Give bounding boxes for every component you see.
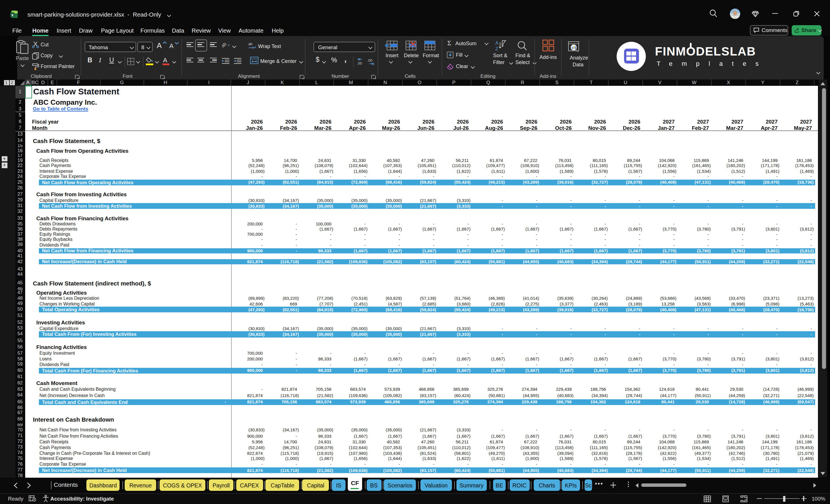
svg-text:Z: Z: [496, 46, 498, 51]
svg-text:.00: .00: [357, 61, 362, 65]
svg-text:ab: ab: [222, 41, 227, 48]
svg-text:.00: .00: [367, 58, 372, 63]
svg-text:A: A: [496, 41, 499, 45]
svg-text:0: 0: [359, 58, 361, 61]
svg-text:ab: ab: [248, 42, 252, 46]
svg-text:x: x: [11, 12, 13, 17]
svg-text:0: 0: [373, 63, 375, 65]
